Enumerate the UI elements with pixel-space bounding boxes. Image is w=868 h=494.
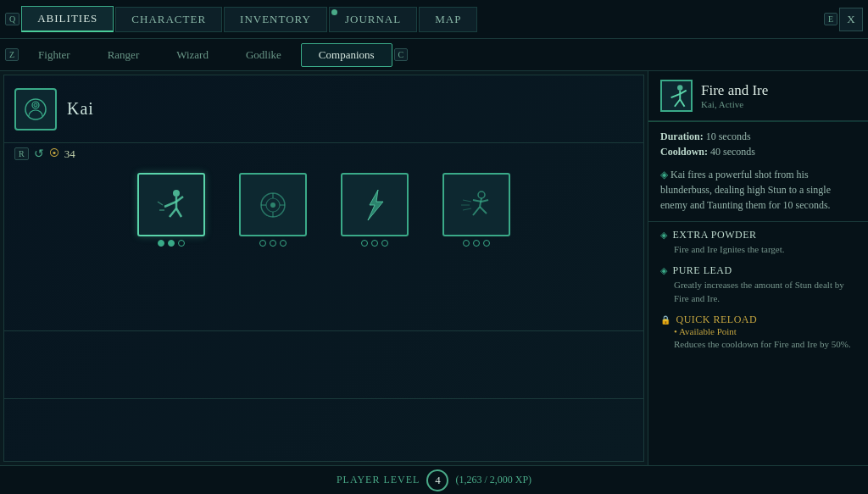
sub-tab-godlike[interactable]: Godlike [228,43,299,67]
player-level-label: PLAYER LEVEL [337,474,420,486]
character-icon [14,88,57,130]
upgrades-section: EXTRA POWDER Fire and Ire Ignites the ta… [648,221,868,367]
abilities-row [4,164,643,255]
ability-4-icon [456,185,497,225]
companions-key: C [394,48,409,61]
tab-abilities[interactable]: ABILITIES [21,6,114,32]
ability-icon-2[interactable] [239,173,307,236]
ability-slot-3[interactable] [341,173,409,247]
upgrade-extra-powder[interactable]: EXTRA POWDER Fire and Ire Ignites the ta… [660,229,856,256]
gold-icon: ⦿ [49,147,59,160]
dot [168,240,175,247]
ability-slot-2[interactable] [239,173,307,247]
gold-amount: 34 [64,147,75,161]
dot [381,240,388,247]
sub-tab-fighter[interactable]: Fighter [20,43,88,67]
left-panel: Kai R ↺ ⦿ 34 [3,75,644,462]
duration-label: Duration: [660,130,704,142]
duration-line: Duration: 10 seconds [660,130,856,143]
duration-value-text: 10 seconds [706,130,751,142]
svg-point-16 [270,203,275,208]
ability-icon-3[interactable] [341,173,409,236]
ability-title-block: Fire and Ire Kai, Active [701,82,768,109]
dot [178,240,185,247]
svg-point-21 [677,85,682,90]
upgrade-title-pure-lead: PURE LEAD [660,264,856,277]
ability-slot-4[interactable] [442,173,510,247]
tab-inventory[interactable]: INVENTORY [224,7,327,32]
character-name: Kai [67,99,94,119]
ability-2-dots [259,240,287,247]
abilities-key: Q [5,13,19,25]
empty-section-1 [4,264,643,331]
ability-3-icon [354,185,395,225]
ability-title: Fire and Ire [701,82,768,99]
ability-slot-1[interactable] [137,173,205,247]
close-key: E [824,13,837,25]
dot [270,240,276,247]
tab-journal[interactable]: JOURNAL [329,7,417,32]
cooldown-value-text: 40 seconds [710,146,755,158]
cooldown-label: Cooldown: [660,146,708,158]
reset-key[interactable]: R [14,147,29,160]
svg-point-5 [173,190,180,197]
upgrade-desc-extra-powder: Fire and Ire Ignites the target. [660,243,856,256]
upgrade-quick-reload[interactable]: QUICK RELOAD • Available Point Reduces t… [660,314,856,351]
ability-3-dots [361,240,388,247]
dot [463,240,470,247]
dot [473,240,480,247]
tab-map[interactable]: MAP [419,7,477,32]
available-point-label: • Available Point [660,326,856,336]
svg-rect-4 [153,186,190,224]
dot [158,240,164,247]
dot [483,240,490,247]
ability-subtitle: Kai, Active [701,99,768,109]
upgrade-desc-quick-reload: Reduces the cooldown for Fire and Ire by… [660,338,856,351]
svg-point-3 [36,104,36,105]
dot [371,240,378,247]
ability-2-icon [253,185,293,225]
ability-icon-4[interactable] [442,173,510,236]
sub-tab-wizard[interactable]: Wizard [159,43,226,67]
right-panel: Fire and Ire Kai, Active Duration: 10 se… [648,71,868,465]
journal-indicator [331,9,337,15]
ability-1-dots [158,240,185,247]
ability-4-dots [463,240,490,247]
char-controls: R ↺ ⦿ 34 [4,143,643,164]
upgrade-title-quick-reload: QUICK RELOAD [660,314,856,326]
upgrade-title-extra-powder: EXTRA POWDER [660,229,856,241]
dot [259,240,266,247]
character-row: Kai [4,75,643,143]
dot [280,240,287,247]
ability-description: Kai fires a powerful shot from his blund… [660,167,856,213]
tab-character[interactable]: CHARACTER [115,7,222,32]
fire-and-ire-thumb [662,81,691,110]
main-content: Kai R ↺ ⦿ 34 [0,71,868,465]
status-bar: PLAYER LEVEL 4 (1,263 / 2,000 XP) [0,465,868,494]
ability-detail-header: Fire and Ire Kai, Active [648,71,868,121]
ability-details: Duration: 10 seconds Cooldown: 40 second… [648,122,868,221]
player-level-badge: 4 [426,469,448,491]
close-button[interactable]: X [839,8,863,31]
sub-tab-ranger[interactable]: Ranger [90,43,158,67]
refresh-icon: ↺ [34,147,44,161]
dot [361,240,368,247]
empty-section-2 [4,331,643,399]
ability-thumb-icon [660,80,693,112]
cooldown-line: Cooldown: 40 seconds [660,146,856,158]
sub-tab-companions[interactable]: Companions [301,43,392,67]
fire-and-ire-icon [151,185,192,225]
ability-icon-1[interactable] [137,173,205,236]
fighter-key: Z [5,48,19,61]
upgrade-pure-lead[interactable]: PURE LEAD Greatly increases the amount o… [660,264,856,305]
upgrade-desc-pure-lead: Greatly increases the amount of Stun dea… [660,279,856,305]
char-icon-svg [22,96,49,123]
xp-text: (1,263 / 2,000 XP) [455,474,531,486]
sub-navigation: Z Fighter Ranger Wizard Godlike Companio… [0,39,868,71]
top-navigation: Q ABILITIES CHARACTER INVENTORY JOURNAL … [0,0,868,39]
